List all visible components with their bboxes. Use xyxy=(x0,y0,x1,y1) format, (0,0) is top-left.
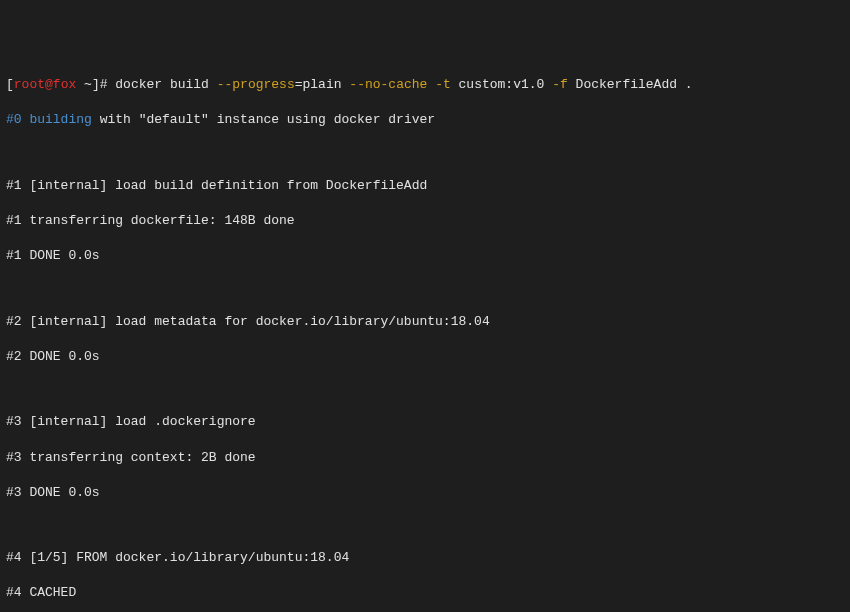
sp1 xyxy=(427,77,435,92)
output-line: #4 CACHED xyxy=(6,584,844,602)
flag-f: -f xyxy=(552,77,568,92)
output-line: #3 DONE 0.0s xyxy=(6,484,844,502)
output-line: #2 [internal] load metadata for docker.i… xyxy=(6,313,844,331)
output-line: #1 DONE 0.0s xyxy=(6,247,844,265)
output-line: #1 [internal] load build definition from… xyxy=(6,177,844,195)
prompt-path xyxy=(76,77,84,92)
blank-line xyxy=(6,383,844,396)
prompt-host: fox xyxy=(53,77,76,92)
flag-t: -t xyxy=(435,77,451,92)
prompt-tilde: ~ xyxy=(84,77,92,92)
building-rest: with "default" instance using docker dri… xyxy=(92,112,435,127)
flag-nocache: --no-cache xyxy=(349,77,427,92)
sp-custom: custom:v1.0 xyxy=(451,77,552,92)
blank-line xyxy=(6,519,844,532)
prompt-close: ]# xyxy=(92,77,108,92)
output-line: #1 transferring dockerfile: 148B done xyxy=(6,212,844,230)
sp-docker: DockerfileAdd . xyxy=(568,77,693,92)
cmd-base: docker build xyxy=(107,77,216,92)
blank-line xyxy=(6,146,844,159)
output-line: #4 [1/5] FROM docker.io/library/ubuntu:1… xyxy=(6,549,844,567)
output-line: #0 building with "default" instance usin… xyxy=(6,111,844,129)
output-line: #2 DONE 0.0s xyxy=(6,348,844,366)
output-line: #3 [internal] load .dockerignore xyxy=(6,413,844,431)
output-line: #3 transferring context: 2B done xyxy=(6,449,844,467)
bracket: [ xyxy=(6,77,14,92)
prompt-user: root xyxy=(14,77,45,92)
eq-plain: =plain xyxy=(295,77,350,92)
building-text: #0 building xyxy=(6,112,92,127)
prompt-line: [root@fox ~]# docker build --progress=pl… xyxy=(6,76,844,94)
blank-line xyxy=(6,282,844,295)
prompt-at: @ xyxy=(45,77,53,92)
flag-progress: --progress xyxy=(217,77,295,92)
